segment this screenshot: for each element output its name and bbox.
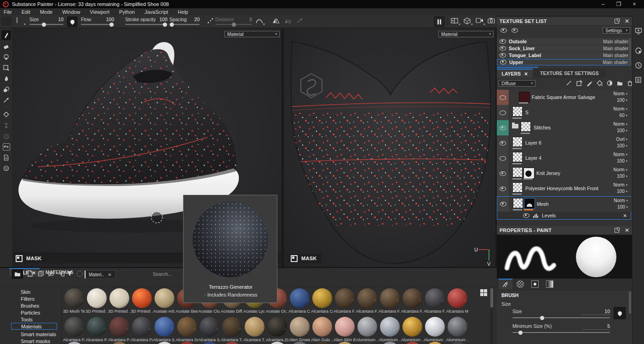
- blend-mode-dropdown[interactable]: Norm ▾: [613, 122, 627, 127]
- add-fill-layer-icon[interactable]: [596, 80, 603, 87]
- chevron-down-icon[interactable]: ▾: [459, 23, 460, 26]
- shelf-category-smart-materials[interactable]: Smart materials: [0, 331, 61, 338]
- eraser-tool[interactable]: [1, 41, 11, 51]
- material-item[interactable]: ∴Aluminium ...: [401, 317, 424, 342]
- visibility-eye-icon[interactable]: [500, 95, 506, 100]
- layer-content-thumbnail[interactable]: [524, 198, 535, 209]
- blend-mode-dropdown[interactable]: Norm ▾: [613, 152, 627, 157]
- material-item[interactable]: ∴Alcantara F...: [424, 288, 446, 314]
- blend-mode-dropdown[interactable]: Norm ▾: [613, 182, 627, 187]
- material-item[interactable]: ∴3D Printed ...: [86, 288, 108, 314]
- texture-set-scrollbar[interactable]: [629, 38, 631, 66]
- layer-effect-row[interactable]: Levels ✕: [497, 212, 631, 219]
- layer-row[interactable]: Layer 4 Norm ▾ 100 ▾: [497, 151, 631, 166]
- texture-set-row-selected[interactable]: Upper Main shader: [497, 59, 631, 65]
- brush-tip-button[interactable]: [67, 17, 77, 27]
- material-item[interactable]: ∴Alcantara Zi...: [266, 317, 288, 342]
- material-item[interactable]: ∴Alcantara C...: [288, 288, 311, 314]
- layer-name[interactable]: Polyester Honeycomb Mesh Front: [525, 186, 598, 191]
- undock-icon[interactable]: [615, 228, 619, 233]
- opacity-dropdown[interactable]: 100 ▾: [617, 189, 627, 194]
- shelf-category-skin[interactable]: Skin: [0, 288, 61, 295]
- tab-material[interactable]: [543, 279, 557, 290]
- shelf-folder-view-button[interactable]: [12, 269, 23, 279]
- layer-name[interactable]: Mesh: [537, 201, 549, 207]
- visibility-eye-icon[interactable]: [500, 53, 506, 58]
- opacity-dropdown[interactable]: 100 ▾: [617, 128, 627, 133]
- pause-engine-button[interactable]: [434, 17, 444, 27]
- layer-row[interactable]: Fabric Square Armor Salvage Seam Norm ▾ …: [497, 90, 631, 105]
- substance-resource-icon[interactable]: [1, 110, 11, 119]
- shelf-scrollbar-track[interactable]: [490, 288, 493, 344]
- size-value[interactable]: 10: [589, 309, 610, 314]
- material-item[interactable]: ∴Aluminium ...: [379, 317, 401, 342]
- shelf-category-tools[interactable]: Tools: [0, 316, 61, 323]
- layer-row[interactable]: Polyester Honeycomb Mesh Front Norm ▾ 10…: [497, 181, 631, 197]
- channel-filter-dropdown[interactable]: Diffuse ▾: [499, 80, 535, 87]
- layer-name[interactable]: Knit Jersey: [536, 170, 560, 176]
- layer-name[interactable]: Fabric Square Armor Salvage Seam: [532, 94, 596, 100]
- stroke-dots-icon[interactable]: [207, 17, 213, 24]
- visibility-eye-icon[interactable]: [500, 39, 506, 44]
- material-item[interactable]: ∴Alcantara F...: [379, 288, 401, 314]
- chevron-down-icon[interactable]: ▾: [471, 23, 473, 26]
- shader-name[interactable]: Main shader: [603, 39, 628, 44]
- close-icon[interactable]: ✕: [625, 18, 629, 24]
- filter-chip[interactable]: Materi.. ✕: [85, 270, 115, 279]
- close-icon[interactable]: ✕: [524, 71, 528, 76]
- display-settings-icon[interactable]: [633, 26, 643, 36]
- material-item[interactable]: ∴Alcantara T...: [243, 317, 266, 342]
- document-resource-icon[interactable]: S: [1, 153, 11, 163]
- falloff-icon[interactable]: [256, 17, 263, 24]
- visibility-eye-icon[interactable]: [500, 202, 506, 206]
- layer-content-thumbnail[interactable]: [523, 168, 535, 179]
- restore-button[interactable]: ❐: [611, 0, 627, 8]
- smart-material-icon[interactable]: [576, 80, 583, 87]
- material-item[interactable]: ∴Alcantara T...: [221, 317, 243, 342]
- add-paint-layer-icon[interactable]: [586, 80, 593, 87]
- chevron-down-icon[interactable]: ▾: [483, 23, 485, 26]
- visibility-eye-icon[interactable]: [500, 46, 506, 51]
- opacity-dropdown[interactable]: 100 ▾: [617, 204, 628, 210]
- brush-tip-button[interactable]: [614, 307, 626, 319]
- shelf-category-smart-masks[interactable]: Smart masks: [0, 338, 61, 344]
- paint-brush-tool[interactable]: [1, 30, 11, 40]
- min-size-value[interactable]: 5: [589, 323, 610, 329]
- spacing-slider[interactable]: [169, 24, 200, 25]
- material-item[interactable]: ∴Alcantara Pr...: [131, 317, 153, 342]
- new-resource-button[interactable]: [25, 269, 35, 278]
- menu-item-python[interactable]: Python: [119, 9, 135, 15]
- add-folder-icon[interactable]: [616, 80, 623, 87]
- size-slider[interactable]: [29, 24, 63, 25]
- size-value[interactable]: 10: [58, 17, 63, 22]
- layer-name[interactable]: S: [525, 110, 529, 115]
- tab-stencil[interactable]: [528, 279, 542, 290]
- minimize-button[interactable]: –: [595, 0, 611, 8]
- layer-thumbnail[interactable]: [512, 182, 523, 192]
- tab-brush[interactable]: [499, 279, 512, 290]
- viewport-2d[interactable]: Material ▾ MASK U V: [284, 28, 495, 267]
- hide-resources-button[interactable]: [46, 269, 56, 278]
- menu-item-help[interactable]: Help: [178, 9, 189, 15]
- material-item[interactable]: ∴Alcantara M...: [446, 288, 469, 314]
- settings-dropdown[interactable]: Settings ▾: [603, 27, 630, 34]
- shader-name[interactable]: Main shader: [603, 60, 628, 65]
- remove-filter-icon[interactable]: ✕: [108, 272, 111, 277]
- menu-item-javascript[interactable]: JavaScript: [144, 9, 168, 15]
- material-item[interactable]: ∴3D Mesh Te...: [63, 288, 86, 314]
- texture-set-list-header[interactable]: TEXTURE SET LIST ✕: [497, 17, 632, 26]
- shelf-category-particles[interactable]: Particles: [0, 309, 61, 316]
- material-item[interactable]: ∴Alien Guts ...: [311, 317, 334, 342]
- shader-name[interactable]: Main shader: [603, 46, 628, 51]
- layer-name[interactable]: Layer 4: [525, 155, 541, 161]
- blend-mode-dropdown[interactable]: Norm ▾: [613, 91, 627, 96]
- show-all-eye-icon[interactable]: [500, 28, 507, 33]
- menu-item-viewport[interactable]: Viewport: [90, 9, 109, 15]
- tab-alpha[interactable]: [513, 279, 527, 290]
- projection-tool[interactable]: [1, 52, 11, 62]
- smudge-tool[interactable]: [1, 74, 11, 83]
- material-item[interactable]: ∴Aluminium ...: [446, 317, 469, 342]
- layer-thumbnail[interactable]: [512, 152, 523, 162]
- hscrollbar[interactable]: [497, 67, 538, 68]
- tab-texture-set-settings[interactable]: TEXTURE SET SETTINGS: [533, 69, 606, 78]
